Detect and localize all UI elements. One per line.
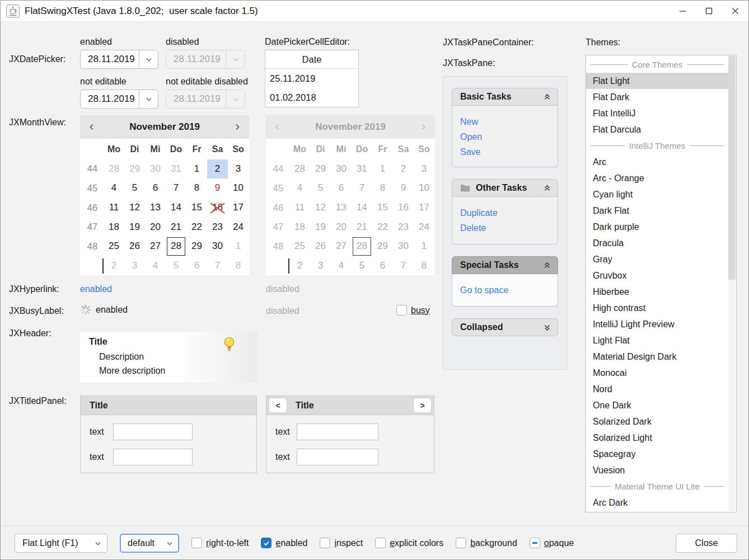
calendar-day[interactable]: 28 [166,237,186,256]
calendar-day[interactable]: 25 [104,237,124,256]
calendar-day[interactable]: 18 [104,217,124,237]
table-row[interactable]: 25.11.2019 [265,69,358,88]
calendar-day[interactable]: 30 [207,237,228,256]
titled-panel-prev-button[interactable]: < [269,398,287,413]
hyperlink-enabled[interactable]: enabled [80,284,112,294]
expand-chevron-icon[interactable] [544,324,551,331]
task-link-save[interactable]: Save [460,144,558,159]
theme-item-solarized-dark[interactable]: Solarized Dark [586,413,728,430]
calendar-day[interactable]: 31 [166,159,186,179]
mode-combobox[interactable]: default [120,534,179,553]
calendar-day[interactable]: 24 [228,217,249,237]
checkbox-inspect[interactable]: inspect [320,538,363,548]
theme-item-high-contrast[interactable]: High contrast [586,300,728,316]
calendar-day[interactable]: 26 [124,237,145,256]
calendar-day[interactable]: 3 [228,159,249,179]
theme-item-arc-dark[interactable]: Arc Dark [586,495,728,511]
theme-item-arc-orange[interactable]: Arc - Orange [586,170,728,186]
calendar-day[interactable]: 21 [166,217,186,237]
calendar-day[interactable]: 16 [207,198,228,218]
calendar-day[interactable]: 29 [186,237,207,256]
theme-item-flat-darcula[interactable]: Flat Darcula [586,121,728,138]
task-link-duplicate[interactable]: Duplicate [460,205,558,220]
theme-item-intellij-light-preview[interactable]: IntelliJ Light Preview [586,316,728,332]
theme-item-flat-light[interactable]: Flat Light [586,73,728,89]
calendar-day[interactable]: 7 [166,178,186,198]
calendar-day[interactable]: 27 [145,237,166,256]
calendar-day[interactable]: 17 [228,198,249,218]
datepicker-enabled[interactable]: 28.11.2019 [80,50,158,69]
theme-item-vuesion[interactable]: Vuesion [586,462,728,478]
checkbox-right-to-left[interactable]: right-to-left [191,538,249,548]
checkbox-opaque[interactable]: opaque [530,538,574,548]
theme-item-cyan-light[interactable]: Cyan light [586,186,728,203]
minimize-button[interactable] [670,1,696,21]
text-field[interactable] [113,423,193,440]
text-field[interactable] [297,423,378,440]
collapse-chevron-icon[interactable] [544,185,551,192]
theme-item-gray[interactable]: Gray [586,251,728,267]
close-button[interactable] [722,1,748,21]
theme-item-solarized-light[interactable]: Solarized Light [586,430,728,446]
task-link-new[interactable]: New [460,114,558,129]
theme-item-nord[interactable]: Nord [586,381,728,397]
previous-month-button[interactable] [80,123,104,131]
theme-item-arc-dark-contrast[interactable]: Arc Dark Contrast [586,511,728,512]
collapse-chevron-icon[interactable] [544,262,551,269]
calendar-day[interactable]: 8 [228,256,249,276]
calendar-day[interactable]: 23 [207,217,228,237]
taskpane-header-basic-tasks[interactable]: Basic Tasks [452,88,558,106]
text-field[interactable] [297,449,378,465]
calendar-day[interactable]: 22 [186,217,207,237]
calendar-day[interactable]: 6 [186,256,207,276]
calendar-day[interactable]: 15 [186,198,207,218]
theme-item-gruvbox[interactable]: Gruvbox [586,267,728,284]
datepicker-not-editable[interactable]: 28.11.2019 [80,90,158,109]
theme-item-dracula[interactable]: Dracula [586,235,728,251]
checkbox-background[interactable]: background [456,538,517,548]
theme-combobox[interactable]: Flat Light (F1) [15,534,107,553]
calendar-day[interactable]: 19 [124,217,145,237]
theme-item-monocai[interactable]: Monocai [586,365,728,381]
calendar-day[interactable]: 3 [124,256,145,276]
calendar-day[interactable]: 7 [207,256,228,276]
calendar-day[interactable]: 28 [104,159,124,179]
calendar-day[interactable]: 1 [228,237,249,256]
calendar-day[interactable]: 2 [207,159,228,179]
calendar-day[interactable]: 4 [145,256,166,276]
calendar-day[interactable]: 5 [166,256,186,276]
theme-item-spacegray[interactable]: Spacegray [586,446,728,462]
titled-panel-next-button[interactable]: > [413,398,432,413]
task-link-go-to-space[interactable]: Go to space [460,283,558,298]
datepicker-value[interactable]: 28.11.2019 [81,54,139,65]
theme-item-arc[interactable]: Arc [586,154,728,170]
theme-item-one-dark[interactable]: One Dark [586,397,728,413]
calendar-day[interactable]: 5 [124,178,145,198]
text-field[interactable] [113,449,193,465]
theme-item-hiberbee[interactable]: Hiberbee [586,284,728,300]
calendar-day[interactable]: 20 [145,217,166,237]
themes-scrollbar-thumb[interactable] [728,56,736,280]
theme-item-dark-purple[interactable]: Dark purple [586,219,728,235]
taskpane-header-special-tasks[interactable]: Special Tasks [452,256,558,274]
calendar-day[interactable]: 13 [145,198,166,218]
theme-item-light-flat[interactable]: Light Flat [586,332,728,349]
calendar-day[interactable]: 2 [104,256,124,276]
calendar-day[interactable]: 12 [124,198,145,218]
next-month-button[interactable] [226,123,249,131]
checkbox-busy[interactable]: busy [396,305,430,316]
calendar-day[interactable]: 29 [124,159,145,179]
calendar-day[interactable]: 4 [104,178,124,198]
checkbox-enabled[interactable]: enabled [261,538,307,548]
datepicker-dropdown-button[interactable] [139,50,158,68]
calendar-day[interactable]: 14 [166,198,186,218]
calendar-day[interactable]: 30 [145,159,166,179]
table-row[interactable]: 01.02.2018 [265,88,358,107]
theme-item-flat-dark[interactable]: Flat Dark [586,89,728,105]
calendar-day[interactable]: 8 [186,178,207,198]
datepicker-dropdown-button[interactable] [139,90,158,108]
calendar-day[interactable]: 6 [145,178,166,198]
calendar-day[interactable]: 11 [104,198,124,218]
theme-item-material-design-dark[interactable]: Material Design Dark [586,349,728,365]
task-link-open[interactable]: Open [460,129,558,144]
